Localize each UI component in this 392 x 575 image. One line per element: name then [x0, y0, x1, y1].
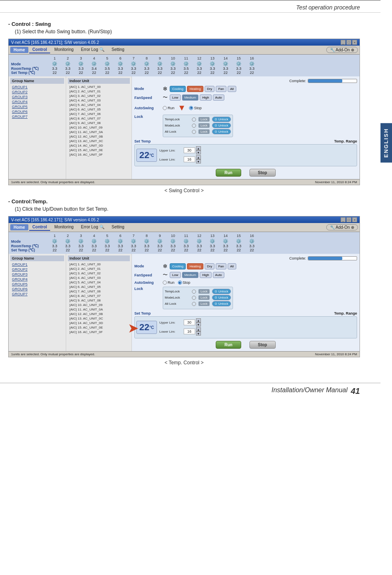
lower-lim-spinner-2[interactable]: ▲ ▼: [196, 327, 201, 336]
upper-lim-down[interactable]: ▼: [196, 150, 201, 154]
menu-errorlog[interactable]: Error Log 🔍: [78, 46, 107, 53]
unit2-item-13[interactable]: [AIC] 13. AC_UNIT_0C: [68, 316, 130, 321]
lower-lim-spinner[interactable]: ▲ ▼: [196, 155, 201, 163]
alllock2-unlock-btn[interactable]: ⊙ Unlock: [212, 301, 231, 306]
group2-item-3[interactable]: GROUP3: [10, 272, 64, 277]
mode-all-btn[interactable]: All: [228, 86, 236, 92]
templock-unlock-btn[interactable]: ⊙ Unlock: [212, 117, 231, 122]
group2-item-1[interactable]: GROUP1: [10, 262, 64, 267]
unit2-item-3[interactable]: [AIC] 3. AC_UNIT_02: [68, 271, 130, 276]
unit2-item-6[interactable]: [AIC] 6. AC_UNIT_05: [68, 285, 130, 289]
group-item-6[interactable]: GROUP6: [10, 109, 64, 114]
upper-lim-spinner[interactable]: ▲ ▼: [196, 146, 201, 154]
unit2-item-10[interactable]: [AIC] 10. AC_UNIT_09: [68, 303, 130, 307]
menu2-monitoring[interactable]: Monitoring: [51, 224, 77, 231]
mode2-dry-btn[interactable]: Dry: [205, 263, 214, 269]
group-item-2[interactable]: GROUP2: [10, 90, 64, 94]
alllock-radio[interactable]: [192, 130, 196, 134]
menu2-setting[interactable]: Setting: [108, 224, 128, 231]
templock2-lock-btn[interactable]: Lock: [198, 289, 210, 294]
unit2-item-7[interactable]: [AIC] 7. AC_UNIT_06: [68, 289, 130, 294]
minimize2-button[interactable]: _: [341, 217, 346, 222]
unit-item-14[interactable]: [AIC] 14. AC_UNIT_0D: [68, 143, 130, 148]
addon2-button[interactable]: 🔧 Add-On ⊕: [326, 224, 358, 230]
modelock-lock-btn[interactable]: Lock: [198, 123, 210, 128]
stop-button-2[interactable]: Stop: [249, 341, 276, 349]
alllock2-lock-btn[interactable]: Lock: [198, 301, 210, 306]
group-item-5[interactable]: GROUP5: [10, 104, 64, 109]
addon-button[interactable]: 🔧 Add-On ⊕: [326, 47, 358, 53]
unit-item-15[interactable]: [AIC] 15. AC_UNIT_0E: [68, 148, 130, 152]
unit-item-1[interactable]: [AIC] 1. AC_UNIT_00: [68, 85, 130, 89]
templock-lock-btn[interactable]: Lock: [198, 117, 210, 122]
stop-button[interactable]: Stop: [249, 169, 276, 177]
menu-control[interactable]: Control: [29, 46, 51, 53]
group2-item-6[interactable]: GROUP6: [10, 287, 64, 292]
lower-lim2-up[interactable]: ▲: [196, 327, 201, 331]
mode2-all-btn[interactable]: All: [228, 263, 236, 269]
close-button[interactable]: ×: [352, 40, 357, 45]
autoswing2-stop-radio[interactable]: [178, 281, 182, 285]
window2-controls[interactable]: _ □ ×: [341, 217, 357, 222]
maximize-button[interactable]: □: [346, 40, 351, 45]
templock-radio[interactable]: [192, 117, 196, 122]
minimize-button[interactable]: _: [341, 40, 346, 45]
lower-lim-down[interactable]: ▼: [196, 159, 201, 163]
alllock-lock-btn[interactable]: Lock: [198, 129, 210, 134]
templock2-radio[interactable]: [192, 290, 196, 294]
alllock-unlock-btn[interactable]: ⊙ Unlock: [212, 129, 231, 134]
menu-setting[interactable]: Setting: [108, 46, 128, 53]
unit-item-6[interactable]: [AIC] 6. AC_UNIT_05: [68, 107, 130, 112]
home2-button[interactable]: Home: [10, 224, 28, 230]
autoswing2-run-radio[interactable]: [163, 281, 167, 285]
upper-lim-up[interactable]: ▲: [196, 146, 201, 150]
fan2-medium-btn[interactable]: Medium: [182, 272, 198, 278]
menu-monitoring[interactable]: Monitoring: [51, 46, 77, 53]
group2-item-2[interactable]: GROUP2: [10, 267, 64, 272]
unit2-item-1[interactable]: [AIC] 1. AC_UNIT_00: [68, 262, 130, 267]
unit2-item-16[interactable]: [AIC] 16. AC_UNIT_0F: [68, 330, 130, 334]
alllock2-radio[interactable]: [192, 302, 196, 306]
upper-lim2-up[interactable]: ▲: [196, 318, 201, 322]
group2-item-7[interactable]: GROUP7: [10, 292, 64, 297]
unit-item-7[interactable]: [AIC] 7. AC_UNIT_06: [68, 112, 130, 116]
unit-item-12[interactable]: [AIC] 12. AC_UNIT_0B: [68, 134, 130, 139]
unit-item-2[interactable]: [AIC] 2. AC_UNIT_01: [68, 89, 130, 94]
fan-auto-btn[interactable]: Auto: [213, 94, 224, 101]
modelock-radio[interactable]: [192, 124, 196, 128]
maximize2-button[interactable]: □: [346, 217, 351, 222]
group2-item-4[interactable]: GROUP4: [10, 277, 64, 282]
mode-dry-btn[interactable]: Dry: [205, 86, 214, 92]
mode2-heating-btn[interactable]: Heating: [187, 263, 203, 269]
unit2-item-12[interactable]: [AIC] 12. AC_UNIT_0B: [68, 312, 130, 316]
modelock2-unlock-btn[interactable]: ⊙ Unlock: [212, 295, 231, 300]
fan2-low-btn[interactable]: Low: [170, 272, 181, 278]
group-item-3[interactable]: GROUP3: [10, 94, 64, 99]
unit-item-13[interactable]: [AIC] 13. AC_UNIT_0C: [68, 139, 130, 143]
autoswing-stop-item[interactable]: Stop: [189, 106, 202, 110]
autoswing-stop-radio[interactable]: [189, 106, 193, 110]
menu2-control[interactable]: Control: [29, 224, 51, 231]
mode2-cooling-btn[interactable]: Cooling: [170, 263, 186, 269]
upper-lim2-down[interactable]: ▼: [196, 322, 201, 327]
run-button[interactable]: Run: [216, 169, 241, 177]
unit2-item-9[interactable]: [AIC] 9. AC_UNIT_08: [68, 298, 130, 303]
unit-item-9[interactable]: [AIC] 9. AC_UNIT_08: [68, 121, 130, 125]
run-button-2[interactable]: Run: [216, 341, 241, 349]
unit2-item-11[interactable]: [AIC] 11. AC_UNIT_0A: [68, 307, 130, 312]
lower-lim2-down[interactable]: ▼: [196, 331, 201, 336]
mode-fan-btn[interactable]: Fan: [216, 86, 226, 92]
modelock2-lock-btn[interactable]: Lock: [198, 295, 210, 300]
unit-item-10[interactable]: [AIC] 10. AC_UNIT_09: [68, 125, 130, 130]
close2-button[interactable]: ×: [352, 217, 357, 222]
lower-lim-up[interactable]: ▲: [196, 155, 201, 159]
fan2-auto-btn[interactable]: Auto: [213, 272, 224, 278]
unit-item-8[interactable]: [AIC] 8. AC_UNIT_07: [68, 116, 130, 121]
autoswing2-stop-item[interactable]: Stop: [178, 281, 191, 285]
mode-heating-btn[interactable]: Heating: [187, 86, 203, 92]
unit2-item-15[interactable]: [AIC] 15. AC_UNIT_0E: [68, 325, 130, 330]
autoswing2-run-item[interactable]: Run: [163, 281, 175, 285]
menu2-errorlog[interactable]: Error Log 🔍: [78, 224, 107, 231]
unit2-item-4[interactable]: [AIC] 4. AC_UNIT_03: [68, 276, 130, 280]
fan2-high-btn[interactable]: High: [200, 272, 211, 278]
